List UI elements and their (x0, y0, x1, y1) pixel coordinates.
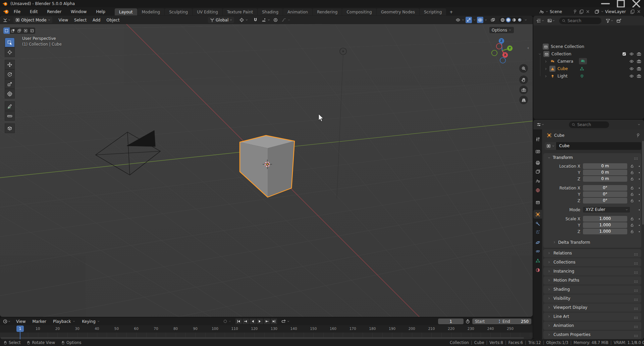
properties-editor-icon[interactable] (536, 122, 541, 127)
tool-annotate[interactable] (5, 101, 15, 111)
camera-view-button[interactable] (519, 85, 528, 94)
properties-tab-particles[interactable] (533, 227, 542, 236)
camera-toggle-icon[interactable] (637, 74, 641, 78)
loop-icon[interactable] (281, 319, 286, 324)
value-field[interactable]: 0° (583, 185, 627, 191)
chevron-down-icon[interactable] (8, 17, 11, 22)
shading-wireframe-icon[interactable] (500, 17, 505, 22)
display-mode-icon[interactable] (547, 18, 552, 23)
new-collection-icon[interactable] (616, 18, 621, 23)
panel-drag-dots[interactable] (634, 252, 639, 257)
tab-modeling[interactable]: Modeling (138, 8, 165, 15)
panel-drag-dots[interactable] (634, 288, 639, 293)
outliner-row-cube[interactable]: Cube (533, 65, 644, 72)
lock-open-icon[interactable] (630, 229, 634, 234)
pivot-point-dropdown[interactable] (237, 17, 250, 23)
tab-texture-paint[interactable]: Texture Paint (223, 8, 257, 15)
menu-window[interactable]: Window (66, 7, 91, 16)
timeline-menu-marker[interactable]: Marker (29, 319, 49, 324)
panel-drag-dots[interactable] (634, 315, 639, 320)
stopwatch-icon[interactable] (465, 319, 470, 324)
current-frame-field[interactable]: 1 (438, 319, 464, 324)
tool-scale[interactable] (5, 79, 15, 89)
properties-scrollbar[interactable] (642, 141, 644, 225)
chevron-down-icon[interactable] (541, 122, 544, 127)
menu-edit[interactable]: Edit (25, 7, 42, 16)
panel-relations[interactable]: Relations (543, 249, 641, 257)
viewport-menu-add[interactable]: Add (90, 18, 103, 22)
shading-solid-icon[interactable] (506, 17, 511, 22)
properties-search[interactable]: Search (569, 121, 609, 128)
panel-drag-dots[interactable] (634, 306, 639, 311)
animate-dot-icon[interactable] (637, 217, 641, 221)
snap-settings-dropdown[interactable] (260, 17, 272, 23)
chevron-down-icon[interactable] (541, 18, 544, 23)
play-button[interactable] (257, 319, 263, 324)
chevron-right-icon[interactable] (544, 67, 548, 71)
tool-add-cube[interactable] (5, 123, 15, 133)
remove-view-layer-icon[interactable] (636, 9, 641, 14)
viewport-menu-object[interactable]: Object (103, 18, 122, 22)
unlink-scene-icon[interactable] (585, 9, 590, 14)
pin-icon[interactable] (636, 133, 641, 138)
new-view-layer-icon[interactable] (630, 9, 635, 14)
animate-dot-icon[interactable] (637, 223, 641, 227)
tool-move[interactable] (5, 60, 15, 69)
lock-open-icon[interactable] (630, 164, 634, 168)
properties-tab-collection[interactable] (533, 198, 542, 207)
tool-measure[interactable] (5, 111, 15, 121)
lock-open-icon[interactable] (630, 198, 634, 203)
timeline-ruler[interactable]: 1020304050607080901001101201301401501601… (0, 325, 533, 333)
transform-panel-header[interactable]: Transform (543, 153, 641, 162)
select-mode-set[interactable] (3, 27, 10, 34)
animate-dot-icon[interactable] (637, 171, 641, 175)
lock-open-icon[interactable] (630, 177, 634, 181)
select-mode-subtract[interactable] (16, 27, 22, 34)
play-reverse-button[interactable] (250, 319, 256, 324)
eye-toggle-icon[interactable] (629, 74, 634, 78)
chevron-down-icon[interactable] (228, 319, 231, 324)
chevron-down-icon[interactable] (8, 319, 11, 324)
view-layer-selector[interactable]: ViewLayer (593, 9, 643, 14)
outliner-search[interactable]: Search (559, 17, 601, 24)
panel-line-art[interactable]: Line Art (543, 312, 641, 321)
lock-open-icon[interactable] (630, 186, 634, 190)
select-mode-extend[interactable] (10, 27, 16, 34)
panel-visibility[interactable]: Visibility (543, 294, 641, 303)
add-workspace-button[interactable]: + (446, 8, 456, 15)
chevron-down-icon[interactable] (552, 18, 555, 23)
panel-viewport-display[interactable]: Viewport Display (543, 303, 641, 312)
properties-tab-modifiers[interactable] (533, 219, 542, 228)
options-button[interactable]: Options (489, 27, 514, 33)
value-field[interactable]: 0 m (583, 176, 627, 182)
proportional-editing-toggle[interactable] (272, 17, 279, 23)
eye-toggle-icon[interactable] (629, 59, 634, 64)
editor-type-icon[interactable] (3, 17, 8, 22)
panel-drag-dots[interactable] (634, 334, 639, 338)
select-mode-invert[interactable] (22, 27, 29, 34)
chevron-down-icon[interactable] (524, 17, 527, 22)
timeline-menu-playback[interactable]: Playback (50, 319, 79, 324)
tool-select-box[interactable] (5, 38, 15, 47)
pin-icon[interactable] (573, 9, 578, 14)
properties-tab-constraints[interactable] (533, 247, 542, 255)
timeline-track[interactable] (0, 333, 533, 339)
blender-menu-icon[interactable] (3, 9, 9, 14)
value-field[interactable]: 0 m (583, 170, 627, 175)
tab-layout[interactable]: Layout (115, 8, 137, 15)
mesh-data-icon[interactable] (580, 66, 584, 71)
properties-tab-material[interactable] (533, 266, 542, 274)
value-field[interactable]: 1.000 (583, 222, 627, 228)
camera-toggle-icon[interactable] (637, 66, 641, 71)
jump-to-end-button[interactable] (271, 319, 277, 324)
lock-open-icon[interactable] (630, 223, 634, 227)
panel-shading[interactable]: Shading (543, 285, 641, 294)
auto-keying-icon[interactable] (223, 319, 228, 324)
properties-tab-data[interactable] (533, 256, 542, 265)
chevron-right-icon[interactable] (544, 74, 548, 78)
properties-tab-world[interactable] (533, 186, 542, 194)
panel-drag-dots[interactable] (634, 261, 639, 266)
chevron-down-icon[interactable] (484, 17, 487, 22)
menu-file[interactable]: File (9, 7, 25, 16)
animate-dot-icon[interactable] (637, 192, 641, 196)
